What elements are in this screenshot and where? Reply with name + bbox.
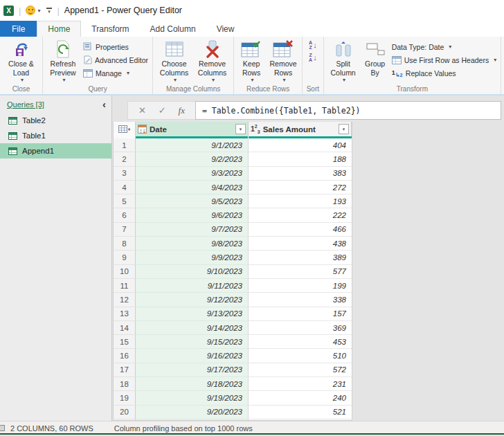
row-number[interactable]: 17 bbox=[114, 363, 136, 377]
row-number[interactable]: 6 bbox=[114, 208, 136, 222]
feedback-smiley-icon[interactable] bbox=[26, 6, 35, 15]
date-cell[interactable]: 9/5/2023 bbox=[136, 194, 249, 208]
date-cell[interactable]: 9/17/2023 bbox=[136, 363, 249, 377]
data-type-button[interactable]: Data Type: Date▾ bbox=[390, 40, 499, 53]
sort-descending-button[interactable]: ZA↓ bbox=[309, 53, 317, 62]
column-header-date[interactable]: Date ▼ bbox=[136, 122, 249, 136]
smiley-dropdown-caret-icon[interactable]: ▾ bbox=[37, 8, 40, 14]
remove-rows-button[interactable]: Remove Rows▾ bbox=[267, 38, 300, 84]
row-number[interactable]: 8 bbox=[114, 237, 136, 251]
date-cell[interactable]: 9/20/2023 bbox=[136, 406, 249, 419]
date-cell[interactable]: 9/14/2023 bbox=[136, 321, 249, 335]
sales-amount-cell[interactable]: 438 bbox=[249, 237, 352, 251]
row-number[interactable]: 9 bbox=[114, 251, 136, 264]
sales-amount-cell[interactable]: 199 bbox=[249, 279, 352, 293]
advanced-editor-button[interactable]: Advanced Editor bbox=[81, 53, 150, 66]
formula-input[interactable]: = Table.Combine({Table1, Table2}) bbox=[195, 101, 501, 120]
row-number[interactable]: 2 bbox=[114, 152, 136, 166]
date-cell[interactable]: 9/10/2023 bbox=[136, 265, 249, 279]
refresh-preview-button[interactable]: Refresh Preview▾ bbox=[45, 38, 81, 84]
sales-amount-cell[interactable]: 389 bbox=[249, 251, 352, 264]
sales-amount-cell[interactable]: 510 bbox=[249, 349, 352, 363]
select-all-button[interactable]: ▾ bbox=[114, 122, 136, 136]
down-arrow-icon: ↓ bbox=[313, 42, 317, 49]
row-number[interactable]: 14 bbox=[114, 321, 136, 335]
tab-add-column[interactable]: Add Column bbox=[140, 21, 206, 37]
filter-button-sales-amount[interactable]: ▼ bbox=[339, 124, 349, 134]
close-and-load-button[interactable]: Close & Load▾ bbox=[2, 38, 40, 84]
date-cell[interactable]: 9/18/2023 bbox=[136, 377, 249, 391]
row-number[interactable]: 15 bbox=[114, 335, 136, 349]
row-number[interactable]: 10 bbox=[114, 265, 136, 279]
row-number[interactable]: 13 bbox=[114, 307, 136, 321]
status-profiling-info[interactable]: Column profiling based on top 1000 rows bbox=[114, 424, 253, 433]
row-number[interactable]: 19 bbox=[114, 391, 136, 405]
date-cell[interactable]: 9/6/2023 bbox=[136, 208, 249, 222]
divider: | bbox=[19, 6, 21, 16]
date-cell[interactable]: 9/9/2023 bbox=[136, 251, 249, 264]
sales-amount-cell[interactable]: 193 bbox=[249, 194, 352, 208]
sales-amount-cell[interactable]: 453 bbox=[249, 335, 352, 349]
remove-columns-button[interactable]: Remove Columns▾ bbox=[193, 38, 231, 84]
date-cell[interactable]: 9/4/2023 bbox=[136, 181, 249, 194]
keep-rows-button[interactable]: Keep Rows▾ bbox=[236, 38, 267, 84]
date-cell[interactable]: 9/19/2023 bbox=[136, 391, 249, 405]
sales-amount-cell[interactable]: 577 bbox=[249, 265, 352, 279]
use-first-row-button[interactable]: Use First Row as Headers▾ bbox=[390, 53, 499, 66]
date-cell[interactable]: 9/8/2023 bbox=[136, 237, 249, 251]
group-by-button[interactable]: Group By bbox=[361, 38, 390, 77]
date-cell[interactable]: 9/13/2023 bbox=[136, 307, 249, 321]
sales-amount-cell[interactable]: 521 bbox=[249, 406, 352, 419]
sales-amount-cell[interactable]: 404 bbox=[249, 138, 352, 152]
sales-amount-cell[interactable]: 572 bbox=[249, 363, 352, 377]
sales-amount-cell[interactable]: 222 bbox=[249, 208, 352, 222]
query-item-append1[interactable]: Append1 bbox=[0, 143, 111, 158]
sales-amount-cell[interactable]: 369 bbox=[249, 321, 352, 335]
manage-button[interactable]: Manage▾ bbox=[81, 66, 150, 80]
sales-amount-cell[interactable]: 188 bbox=[249, 152, 352, 166]
replace-values-button[interactable]: 1↳2 Replace Values bbox=[390, 66, 499, 80]
row-number[interactable]: 20 bbox=[114, 406, 136, 419]
date-cell[interactable]: 9/7/2023 bbox=[136, 223, 249, 237]
row-number[interactable]: 7 bbox=[114, 223, 136, 237]
commit-formula-icon[interactable]: ✓ bbox=[159, 105, 166, 116]
column-header-sales-amount[interactable]: 123 Sales Amount ▼ bbox=[249, 122, 352, 136]
row-number[interactable]: 1 bbox=[114, 138, 136, 152]
choose-columns-button[interactable]: Choose Columns▾ bbox=[155, 38, 193, 84]
date-cell[interactable]: 9/12/2023 bbox=[136, 293, 249, 307]
query-item-table1[interactable]: Table1 bbox=[0, 128, 111, 143]
tab-file[interactable]: File bbox=[0, 21, 37, 37]
date-cell[interactable]: 9/16/2023 bbox=[136, 349, 249, 363]
collapse-pane-icon[interactable]: ‹ bbox=[102, 101, 106, 108]
row-number[interactable]: 3 bbox=[114, 167, 136, 181]
cancel-formula-icon[interactable]: ✕ bbox=[138, 105, 146, 116]
row-number[interactable]: 5 bbox=[114, 194, 136, 208]
date-cell[interactable]: 9/1/2023 bbox=[136, 138, 249, 152]
sales-amount-cell[interactable]: 338 bbox=[249, 293, 352, 307]
filter-button-date[interactable]: ▼ bbox=[235, 124, 246, 134]
tab-home[interactable]: Home bbox=[37, 21, 81, 37]
date-cell[interactable]: 9/3/2023 bbox=[136, 167, 249, 181]
row-number[interactable]: 16 bbox=[114, 349, 136, 363]
sales-amount-cell[interactable]: 466 bbox=[249, 223, 352, 237]
sort-ascending-button[interactable]: AZ↓ bbox=[309, 41, 317, 50]
date-cell[interactable]: 9/2/2023 bbox=[136, 152, 249, 166]
sales-amount-cell[interactable]: 240 bbox=[249, 391, 352, 405]
row-number[interactable]: 4 bbox=[114, 181, 136, 194]
sales-amount-cell[interactable]: 231 bbox=[249, 377, 352, 391]
row-number[interactable]: 12 bbox=[114, 293, 136, 307]
fx-icon[interactable]: fx bbox=[179, 105, 185, 116]
sales-amount-cell[interactable]: 383 bbox=[249, 167, 352, 181]
tab-transform[interactable]: Transform bbox=[81, 21, 139, 37]
tab-view[interactable]: View bbox=[206, 21, 245, 37]
properties-button[interactable]: Properties bbox=[81, 40, 150, 53]
quick-access-toolbar-icon[interactable]: ▾ bbox=[46, 8, 52, 13]
date-cell[interactable]: 9/11/2023 bbox=[136, 279, 249, 293]
row-number[interactable]: 18 bbox=[114, 377, 136, 391]
row-number[interactable]: 11 bbox=[114, 279, 136, 293]
sales-amount-cell[interactable]: 157 bbox=[249, 307, 352, 321]
sales-amount-cell[interactable]: 272 bbox=[249, 181, 352, 194]
date-cell[interactable]: 9/15/2023 bbox=[136, 335, 249, 349]
query-item-table2[interactable]: Table2 bbox=[0, 113, 111, 128]
split-column-button[interactable]: Split Column▾ bbox=[326, 38, 361, 84]
